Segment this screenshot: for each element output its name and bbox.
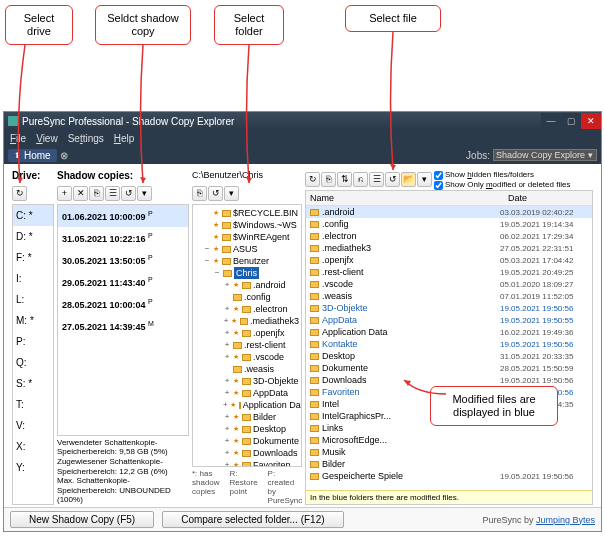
tree-item[interactable]: +★Bilder xyxy=(195,411,299,423)
shadow-add-icon[interactable]: + xyxy=(57,186,72,201)
shadow-item[interactable]: 30.05.2021 13:50:05 P xyxy=(58,249,188,271)
check-hidden[interactable]: Show hidden files/folders xyxy=(434,170,570,180)
tree-item[interactable]: +★Desktop xyxy=(195,423,299,435)
file-column: ↻ ⎘ ⇅ ⎌ ☰ ↺ 📂 ▾ Show hidden files/folder… xyxy=(305,170,593,505)
tree-tool1-icon[interactable]: ⎘ xyxy=(192,186,207,201)
tree-item[interactable]: +★.vscode xyxy=(195,351,299,363)
shadow-tool3-icon[interactable]: ↺ xyxy=(121,186,136,201)
file-tool2-icon[interactable]: ⎘ xyxy=(321,172,336,187)
shadow-delete-icon[interactable]: ✕ xyxy=(73,186,88,201)
callout-shadow: Seldct shadowcopy xyxy=(95,5,191,45)
file-row[interactable]: .mediathek327.05.2021 22:31:51 xyxy=(306,242,592,254)
compare-folder-button[interactable]: Compare selected folder... (F12) xyxy=(162,511,343,528)
jobs-select[interactable]: Shadow Copy Explore ▾ xyxy=(493,149,597,161)
shadow-item[interactable]: 01.06.2021 10:00:09 P xyxy=(58,205,188,227)
menu-settings[interactable]: Settings xyxy=(64,132,108,145)
file-row[interactable]: Downloads19.05.2021 19:50:56 xyxy=(306,374,592,386)
file-row[interactable]: .rest-client19.05.2021 20:49:25 xyxy=(306,266,592,278)
nav-close-icon[interactable]: ⊗ xyxy=(60,150,68,161)
shadow-column: Shadow copies: + ✕ ⎘ ☰ ↺ ▾ 01.06.2021 10… xyxy=(57,170,189,505)
file-tool5-icon[interactable]: ☰ xyxy=(369,172,384,187)
tree-tool2-icon[interactable]: ↺ xyxy=(208,186,223,201)
file-row[interactable]: Kontakte19.05.2021 19:50:56 xyxy=(306,338,592,350)
new-shadow-copy-button[interactable]: New Shadow Copy (F5) xyxy=(10,511,154,528)
tree-item[interactable]: +★Application Data xyxy=(195,399,299,411)
maximize-button[interactable]: ▢ xyxy=(561,113,581,129)
drive-item[interactable]: S: * xyxy=(13,373,53,394)
file-row[interactable]: .vscode05.01.2020 18:09:27 xyxy=(306,278,592,290)
tree-item[interactable]: +★.openjfx xyxy=(195,327,299,339)
tree-item[interactable]: .config xyxy=(195,291,299,303)
shadow-tool2-icon[interactable]: ☰ xyxy=(105,186,120,201)
drive-item[interactable]: C: * xyxy=(13,205,53,226)
drive-item[interactable]: F: * xyxy=(13,247,53,268)
callout-file: Select file xyxy=(345,5,441,32)
file-row[interactable]: Musik xyxy=(306,446,592,458)
file-row[interactable]: .openjfx05.03.2021 17:04:42 xyxy=(306,254,592,266)
tree-item[interactable]: +★.mediathek3 xyxy=(195,315,299,327)
shadow-item[interactable]: 28.05.2021 10:00:04 P xyxy=(58,293,188,315)
tree-item[interactable]: +★Downloads xyxy=(195,447,299,459)
shadow-item[interactable]: 27.05.2021 14:39:45 M xyxy=(58,315,188,337)
file-open-icon[interactable]: 📂 xyxy=(401,172,416,187)
file-header-date[interactable]: Date xyxy=(504,191,592,205)
tree-item[interactable]: +★3D-Objekte xyxy=(195,375,299,387)
shadow-tool1-icon[interactable]: ⎘ xyxy=(89,186,104,201)
file-menu-icon[interactable]: ▾ xyxy=(417,172,432,187)
tree-menu-icon[interactable]: ▾ xyxy=(224,186,239,201)
tree-item[interactable]: ★$Windows.~WS xyxy=(195,219,299,231)
file-list: Name Date .android03.03.2019 02:40:22.co… xyxy=(305,190,593,505)
titlebar[interactable]: PureSync Professional - Shadow Copy Expl… xyxy=(4,112,601,130)
shadow-item[interactable]: 29.05.2021 11:43:40 P xyxy=(58,271,188,293)
tree-item[interactable]: ★$RECYCLE.BIN xyxy=(195,207,299,219)
shadow-menu-icon[interactable]: ▾ xyxy=(137,186,152,201)
check-modified-only[interactable]: Show Only modified or deleted files xyxy=(434,180,570,190)
tree-item[interactable]: +★AppData xyxy=(195,387,299,399)
tree-item[interactable]: +★Favoriten xyxy=(195,459,299,467)
drive-item[interactable]: T: xyxy=(13,394,53,415)
file-row[interactable]: MicrosoftEdge... xyxy=(306,434,592,446)
close-button[interactable]: ✕ xyxy=(581,113,601,129)
refresh-drives-icon[interactable]: ↻ xyxy=(12,186,27,201)
file-tool3-icon[interactable]: ⇅ xyxy=(337,172,352,187)
file-row[interactable]: Bilder xyxy=(306,458,592,470)
drive-item[interactable]: X: xyxy=(13,436,53,457)
drive-item[interactable]: Q: xyxy=(13,352,53,373)
file-row[interactable]: Dokumente28.05.2021 15:50:59 xyxy=(306,362,592,374)
tree-item[interactable]: −★ASUS xyxy=(195,243,299,255)
file-row[interactable]: .config19.05.2021 19:14:34 xyxy=(306,218,592,230)
file-row[interactable]: .weasis07.01.2019 11:52:05 xyxy=(306,290,592,302)
file-tool6-icon[interactable]: ↺ xyxy=(385,172,400,187)
menu-view[interactable]: View xyxy=(32,132,62,145)
tree-item[interactable]: +.rest-client xyxy=(195,339,299,351)
drive-item[interactable]: L: xyxy=(13,289,53,310)
tree-item[interactable]: +★.android xyxy=(195,279,299,291)
file-row[interactable]: 3D-Objekte19.05.2021 19:50:56 xyxy=(306,302,592,314)
minimize-button[interactable]: — xyxy=(541,113,561,129)
drive-item[interactable]: P: xyxy=(13,331,53,352)
jobs-label: Jobs: xyxy=(466,150,490,161)
tree-item[interactable]: +★Dokumente xyxy=(195,435,299,447)
tree-item[interactable]: −Chris xyxy=(195,267,299,279)
tree-item[interactable]: +★.electron xyxy=(195,303,299,315)
shadow-item[interactable]: 31.05.2021 10:22:16 P xyxy=(58,227,188,249)
drive-item[interactable]: D: * xyxy=(13,226,53,247)
file-row[interactable]: AppData19.05.2021 19:50:55 xyxy=(306,314,592,326)
tree-item[interactable]: −★Benutzer xyxy=(195,255,299,267)
tree-item[interactable]: .weasis xyxy=(195,363,299,375)
file-tool1-icon[interactable]: ↻ xyxy=(305,172,320,187)
callout-drive: Selectdrive xyxy=(5,5,73,45)
credit-link[interactable]: Jumping Bytes xyxy=(536,515,595,525)
file-row[interactable]: Desktop31.05.2021 20:33:35 xyxy=(306,350,592,362)
tree-item[interactable]: ★$WinREAgent xyxy=(195,231,299,243)
file-row[interactable]: Application Data16.02.2021 19:49:36 xyxy=(306,326,592,338)
drive-item[interactable]: Y: xyxy=(13,457,53,478)
file-row[interactable]: Gespeicherte Spiele19.05.2021 19:50:56 xyxy=(306,470,592,482)
file-row[interactable]: .android03.03.2019 02:40:22 xyxy=(306,206,592,218)
drive-item[interactable]: M: * xyxy=(13,310,53,331)
drive-item[interactable]: V: xyxy=(13,415,53,436)
drive-item[interactable]: I: xyxy=(13,268,53,289)
file-row[interactable]: .electron06.02.2021 17:29:34 xyxy=(306,230,592,242)
file-tool4-icon[interactable]: ⎌ xyxy=(353,172,368,187)
file-header-name[interactable]: Name xyxy=(306,191,504,205)
